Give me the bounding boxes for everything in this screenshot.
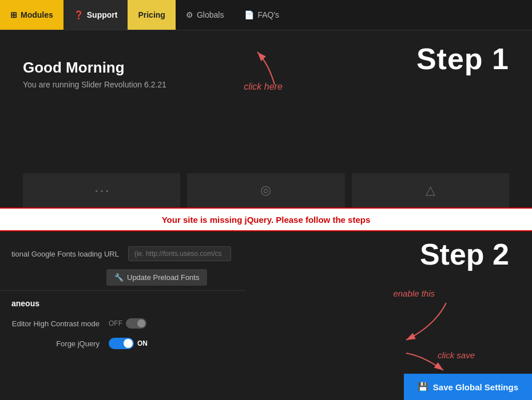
tab-faqs[interactable]: 📄 FAQ's [234,0,289,30]
arrow-to-globals [240,47,286,87]
step2-label: Step 2 [420,237,509,271]
wrench-icon: 🔧 [114,273,124,282]
arrow-to-toggle [389,297,458,349]
step2-area: Step 2 tional Google Fonts loading URL 🔧… [0,231,532,400]
high-contrast-value: OFF [109,319,122,327]
settings-panel: tional Google Fonts loading URL 🔧 Update… [0,231,246,354]
forge-jquery-value: ON [137,339,148,347]
arrow-to-save [395,350,452,376]
high-contrast-label: Editor High Contrast mode [11,319,109,328]
card-1-icon: ⋯ [94,181,110,200]
tab-globals-label: Globals [197,10,224,19]
globals-icon: ⚙ [186,10,193,19]
tab-pricing-label: Pricing [138,10,165,19]
forge-jquery-row: Forge jQuery ON [0,333,246,354]
warning-text: Your site is missing jQuery. Please foll… [162,215,371,225]
toggle-off-switch[interactable] [126,318,146,329]
high-contrast-row: Editor High Contrast mode OFF [0,314,246,333]
high-contrast-toggle[interactable]: OFF [109,318,146,329]
faqs-icon: 📄 [244,10,254,19]
modules-icon: ⊞ [10,10,17,19]
update-fonts-label: Update Preload Fonts [127,273,199,282]
step1-label: Step 1 [416,42,509,76]
save-btn-label: Save Global Settings [433,382,518,392]
card-2-icon: ◎ [260,183,271,198]
tab-pricing[interactable]: Pricing [128,0,175,30]
click-here-annotation: click here [206,47,320,92]
tab-modules-label: Modules [21,10,53,19]
tab-faqs-label: FAQ's [257,10,279,19]
fonts-url-row: tional Google Fonts loading URL [0,243,246,265]
card-1: ⋯ [23,173,180,207]
step1-area: Step 1 Good Morning You are running Slid… [0,30,532,207]
warning-banner: Your site is missing jQuery. Please foll… [0,207,532,231]
tab-support[interactable]: ❓ Support [63,0,128,30]
fonts-url-input[interactable] [128,246,231,261]
tab-modules[interactable]: ⊞ Modules [0,0,63,30]
tab-support-label: Support [87,10,118,19]
save-global-settings-button[interactable]: 💾 Save Global Settings [404,374,532,400]
update-fonts-button[interactable]: 🔧 Update Preload Fonts [106,269,207,286]
divider [0,290,246,291]
forge-jquery-label: Forge jQuery [11,339,109,348]
card-2: ◎ [187,173,344,207]
fonts-url-label: tional Google Fonts loading URL [11,250,128,258]
section-title: aneous [0,293,246,314]
save-icon: 💾 [418,382,428,392]
tab-globals[interactable]: ⚙ Globals [176,0,234,30]
support-icon: ❓ [74,10,84,19]
card-row: ⋯ ◎ △ [23,173,509,207]
card-3: △ [352,173,509,207]
toggle-on-switch[interactable] [109,338,134,349]
top-nav: ⊞ Modules ❓ Support Pricing ⚙ Globals 📄 … [0,0,532,30]
forge-jquery-toggle[interactable]: ON [109,338,148,349]
card-3-icon: △ [426,183,435,198]
